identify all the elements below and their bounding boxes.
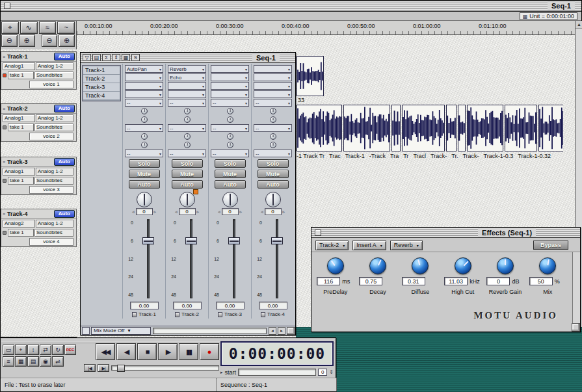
input-assign[interactable]: Analog1 <box>3 114 35 122</box>
mixer-titlebar-icon[interactable]: ⇕ <box>112 54 120 61</box>
step-back-button[interactable]: |◀ <box>84 364 96 372</box>
voice-selector[interactable]: voice 1 <box>29 81 73 88</box>
channel-name-row[interactable]: Track-2 <box>168 310 206 319</box>
audio-clip[interactable] <box>402 105 445 151</box>
mixer-track-list-item[interactable]: Track-2 <box>83 75 120 83</box>
audio-clip[interactable] <box>343 105 390 151</box>
automation-button[interactable]: Auto <box>215 180 246 189</box>
mute-button[interactable]: Mute <box>129 170 160 178</box>
voice-selector[interactable]: voice 2 <box>29 133 73 140</box>
tool-icon[interactable]: ◉ <box>40 356 51 367</box>
insert-slot[interactable]: ▾ <box>254 73 292 81</box>
fader-handle[interactable] <box>271 237 283 244</box>
insert-slot[interactable]: ▾ <box>211 65 249 73</box>
automation-button[interactable]: Auto <box>172 180 203 189</box>
transport-button[interactable]: ■ <box>137 343 157 360</box>
channel-name-row[interactable]: Track-3 <box>211 310 249 319</box>
pan-left-arrow-icon[interactable]: ◃ <box>175 209 178 215</box>
mixer-titlebar-icon[interactable]: ▤ <box>92 54 101 61</box>
tool-icon[interactable]: ▭ <box>3 345 14 355</box>
pan-knob[interactable] <box>137 192 152 207</box>
input-assign[interactable]: Analog1 <box>3 168 35 176</box>
send-knob[interactable] <box>254 133 292 140</box>
soundbites-selector[interactable]: Soundbites <box>34 72 73 79</box>
effects-scrollbar[interactable] <box>572 252 580 323</box>
parameter-value[interactable]: 116 <box>317 277 340 285</box>
parameter-value[interactable]: 50 <box>529 277 553 285</box>
fader-handle[interactable] <box>185 237 197 244</box>
horizontal-scrollbar[interactable] <box>153 328 267 334</box>
soundbites-selector[interactable]: Soundbites <box>34 177 73 185</box>
insert-slot[interactable]: Echo▾ <box>168 73 206 81</box>
insert-slot[interactable]: ▾ <box>211 73 249 81</box>
insert-slot[interactable]: ▾ <box>125 82 163 90</box>
send-knob[interactable] <box>254 116 292 124</box>
start-field[interactable] <box>238 369 316 376</box>
mute-button[interactable]: Mute <box>172 170 203 178</box>
record-indicator-icon[interactable] <box>3 125 7 129</box>
time-ruler[interactable]: 0:00:10:000:00:20:000:00:30:000:00:40:00… <box>77 21 575 35</box>
effects-popup-selector[interactable]: Insert A ▾ <box>352 241 386 250</box>
track-auto-button[interactable]: Auto <box>54 158 75 166</box>
automation-button[interactable]: Auto <box>258 180 289 189</box>
tool-icon[interactable]: ⇄ <box>40 345 51 355</box>
volume-value[interactable]: 0.00 <box>259 302 287 309</box>
pan-left-arrow-icon[interactable]: ◃ <box>261 209 263 215</box>
parameter-knob[interactable] <box>497 257 514 274</box>
pan-value[interactable]: 0 <box>222 208 239 215</box>
mixer-titlebar-icon[interactable]: Σ <box>102 54 111 61</box>
mixer-titlebar-icon[interactable]: S <box>131 54 140 61</box>
insert-slot[interactable]: ▾ <box>254 65 292 73</box>
send-slot[interactable]: --▾ <box>211 99 249 107</box>
output-assign[interactable]: Analog 1-2 <box>36 62 73 70</box>
send-slot[interactable]: --▾ <box>168 150 206 157</box>
effects-popup-selector[interactable]: Track-2 ▾ <box>315 241 349 250</box>
insert-slot[interactable]: ▾ <box>125 90 163 98</box>
track-header[interactable]: ≡ Track-2 Auto <box>1 104 76 114</box>
mixer-titlebar[interactable]: Seq-1 ▽▤Σ⇕▦S <box>81 53 295 63</box>
parameter-knob[interactable] <box>327 257 344 274</box>
send-knob[interactable] <box>168 141 206 149</box>
track-header[interactable]: ≡ Track-1 Auto <box>1 52 76 62</box>
insert-slot[interactable]: ▾ <box>168 82 206 90</box>
fader-handle[interactable] <box>142 237 154 244</box>
transport-button[interactable]: ◀ <box>116 343 136 360</box>
pan-left-arrow-icon[interactable]: ◃ <box>218 209 220 215</box>
input-assign[interactable]: Analog1 <box>3 62 35 70</box>
send-slot[interactable]: --▾ <box>125 99 163 107</box>
track-header[interactable]: ≡ Track-3 Auto <box>1 157 76 167</box>
tool-icon[interactable]: ↕ <box>27 345 39 355</box>
transport-button[interactable]: ● <box>200 343 219 360</box>
stepper-icon[interactable]: ⇕ <box>329 369 334 375</box>
parameter-value[interactable]: 11.03 <box>444 277 468 285</box>
effects-popup-selector[interactable]: Reverb ▾ <box>390 241 423 250</box>
insert-slot[interactable]: ▾ <box>254 82 292 90</box>
tool-icon[interactable]: ≡ <box>3 356 14 367</box>
voice-selector[interactable]: voice 4 <box>29 238 73 246</box>
audio-clip[interactable] <box>505 105 537 151</box>
audio-clip[interactable] <box>446 105 456 151</box>
pan-right-arrow-icon[interactable]: ▹ <box>283 209 285 215</box>
mixer-track-list-item[interactable]: Track-3 <box>83 83 120 92</box>
volume-fader[interactable]: 0 6 12 24 48 <box>135 218 161 300</box>
volume-value[interactable]: 0.00 <box>173 302 202 309</box>
send-knob[interactable] <box>211 141 249 149</box>
channel-name-row[interactable]: Track-1 <box>125 310 163 319</box>
fader-handle[interactable] <box>228 237 240 244</box>
solo-button[interactable]: Solo <box>129 159 160 168</box>
volume-fader[interactable]: 0 6 12 24 48 <box>264 218 289 300</box>
pan-right-arrow-icon[interactable]: ▹ <box>154 209 157 215</box>
soundbites-selector[interactable]: Soundbites <box>34 229 73 237</box>
send-slot[interactable]: --▾ <box>168 99 206 107</box>
track-auto-button[interactable]: Auto <box>54 53 75 60</box>
parameter-knob[interactable] <box>412 257 429 274</box>
take-selector[interactable]: take 1 <box>8 229 34 237</box>
insert-slot[interactable]: Reverb▾ <box>168 65 206 73</box>
volume-fader[interactable]: 0 6 12 24 48 <box>178 218 204 300</box>
mixer-titlebar-icon[interactable]: ▽ <box>83 54 91 61</box>
pan-knob[interactable] <box>179 192 195 207</box>
send-knob[interactable] <box>125 116 163 124</box>
insert-slot[interactable]: ▾ <box>168 90 206 98</box>
parameter-value[interactable]: 0 <box>486 277 510 285</box>
insert-slot[interactable]: ▾ <box>254 90 292 98</box>
